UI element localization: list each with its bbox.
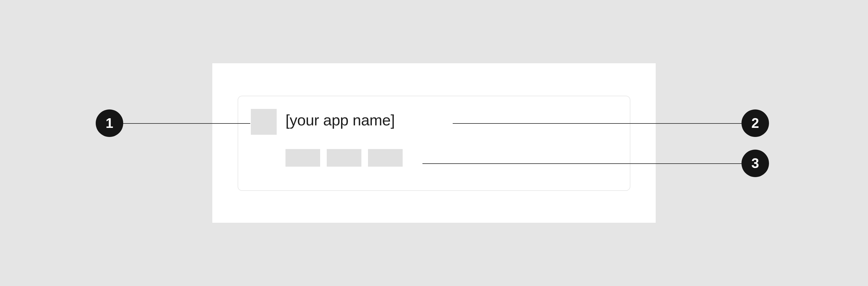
badge-row (285, 149, 403, 167)
callout-number: 1 (105, 115, 113, 131)
panel-background: [your app name] (212, 63, 656, 223)
badge-placeholder (285, 149, 320, 167)
badge-placeholder (327, 149, 362, 167)
app-icon-placeholder (251, 109, 277, 135)
callout-number: 3 (751, 155, 759, 171)
callout-2: 2 (742, 109, 769, 137)
app-name-label: [your app name] (285, 111, 395, 129)
callout-1: 1 (96, 109, 123, 137)
badge-placeholder (368, 149, 403, 167)
leader-line-3 (423, 163, 742, 164)
leader-line-1 (123, 123, 250, 124)
callout-number: 2 (751, 115, 759, 131)
leader-line-2 (453, 123, 742, 124)
callout-3: 3 (742, 150, 769, 177)
app-card: [your app name] (238, 96, 630, 191)
